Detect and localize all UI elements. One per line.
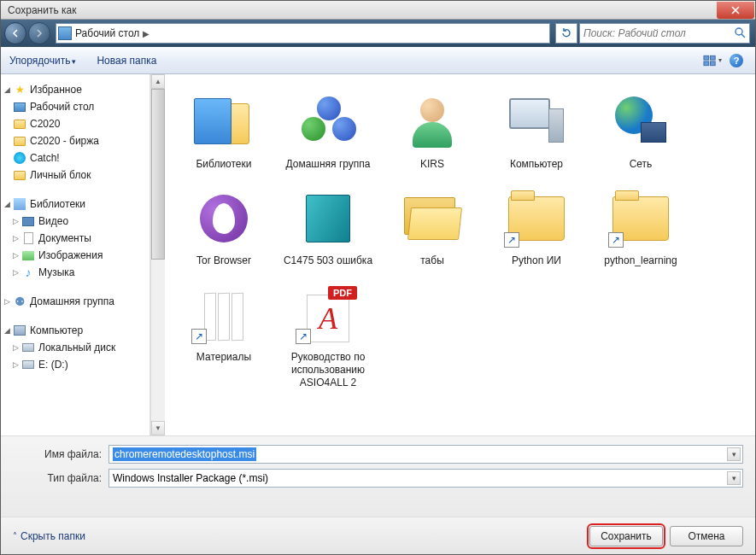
- filename-input[interactable]: chromeremotedesktophost.msi ▾: [108, 445, 743, 464]
- homegroup-icon: [298, 96, 358, 148]
- file-item-label: Сеть: [630, 158, 653, 171]
- file-item-label: Материалы: [196, 351, 251, 364]
- folder-icon: [14, 137, 26, 146]
- collapse-icon: ◢: [4, 200, 13, 208]
- search-box[interactable]: [579, 23, 750, 44]
- pdf-icon: APDF: [304, 288, 352, 342]
- libraries-icon: [194, 96, 254, 148]
- filename-value: chromeremotedesktophost.msi: [113, 447, 256, 461]
- breadcrumb-bar[interactable]: Рабочий стол ▶: [56, 23, 550, 44]
- window-title: Сохранить как: [1, 4, 717, 16]
- chevron-up-icon: ˄: [13, 531, 17, 540]
- help-icon: ?: [730, 54, 743, 67]
- organize-menu[interactable]: Упорядочить: [9, 55, 76, 67]
- filename-dropdown[interactable]: ▾: [727, 447, 741, 461]
- file-item-label: Библиотеки: [196, 158, 251, 171]
- expand-icon: ▷: [13, 217, 21, 225]
- filetype-dropdown[interactable]: ▾: [727, 471, 741, 485]
- file-item[interactable]: ↗Python ИИ: [484, 181, 589, 271]
- file-item[interactable]: APDF↗Руководство по использованию ASIO4A…: [276, 278, 380, 393]
- file-item[interactable]: C1475 503 ошибка: [276, 181, 380, 271]
- sidebar-item-catch[interactable]: Catch!: [1, 149, 149, 166]
- refresh-button[interactable]: [555, 23, 577, 44]
- arrow-left-icon: [11, 29, 20, 38]
- arrow-right-icon: [35, 29, 44, 38]
- collapse-icon: ◢: [4, 85, 13, 94]
- sidebar-item-localdisk[interactable]: ▷Локальный диск: [1, 339, 149, 356]
- sidebar-item-images[interactable]: ▷Изображения: [1, 247, 149, 264]
- sidebar-scrollbar[interactable]: ▲ ▼: [150, 74, 165, 435]
- computer-header[interactable]: ◢Компьютер: [1, 322, 149, 339]
- file-item-label: python_learning: [604, 254, 677, 267]
- computer-icon: [14, 325, 26, 336]
- sidebar-item-c2020-birzha[interactable]: C2020 - биржа: [1, 132, 149, 149]
- file-item[interactable]: Сеть: [589, 85, 693, 174]
- svg-rect-2: [711, 56, 716, 60]
- sidebar-item-documents[interactable]: ▷Документы: [1, 230, 149, 247]
- file-list[interactable]: БиблиотекиДомашняя группаKIRSКомпьютерСе…: [165, 74, 755, 435]
- svg-rect-3: [704, 61, 709, 65]
- libraries-header[interactable]: ◢Библиотеки: [1, 196, 149, 213]
- homegroup-header[interactable]: ▷⚉Домашняя группа: [1, 293, 149, 310]
- button-row: ˄ Скрыть папки Сохранить Отмена: [1, 517, 755, 554]
- expand-icon: ▷: [13, 343, 21, 352]
- sidebar: ◢★Избранное Рабочий стол C2020 C2020 - б…: [1, 74, 150, 435]
- homegroup-icon: ⚉: [13, 295, 26, 308]
- tor-icon: [200, 195, 248, 242]
- file-item[interactable]: табы: [380, 181, 484, 271]
- favorites-header[interactable]: ◢★Избранное: [1, 81, 149, 98]
- forward-button[interactable]: [28, 22, 50, 44]
- scroll-up-button[interactable]: ▲: [151, 74, 165, 89]
- chevron-right-icon[interactable]: ▶: [143, 29, 149, 38]
- folder-icon: [14, 120, 26, 129]
- scroll-down-button[interactable]: ▼: [151, 421, 165, 435]
- music-icon: ♪: [21, 266, 35, 279]
- folder-icon: [14, 171, 26, 180]
- back-button[interactable]: [4, 22, 26, 44]
- view-options-button[interactable]: ▾: [702, 51, 723, 70]
- drive-icon: [22, 360, 34, 369]
- document-icon: [24, 232, 33, 244]
- sidebar-item-c2020[interactable]: C2020: [1, 115, 149, 132]
- filename-row: Имя файла: chromeremotedesktophost.msi ▾: [13, 445, 743, 464]
- star-icon: ★: [13, 83, 26, 96]
- filetype-select[interactable]: Windows Installer Package (*.msi) ▾: [108, 469, 743, 488]
- hide-folders-button[interactable]: ˄ Скрыть папки: [13, 530, 85, 542]
- save-as-dialog: Сохранить как Рабочий стол ▶ Упорядочить…: [0, 0, 756, 555]
- file-item[interactable]: Библиотеки: [172, 85, 276, 174]
- expand-icon: ▷: [13, 360, 21, 369]
- file-item-label: Домашняя группа: [285, 158, 370, 171]
- save-button[interactable]: Сохранить: [589, 526, 663, 546]
- file-item[interactable]: Tor Browser: [172, 181, 276, 271]
- file-item-label: KIRS: [420, 158, 444, 171]
- file-item[interactable]: Компьютер: [484, 85, 589, 174]
- file-item[interactable]: KIRS: [380, 85, 484, 174]
- tree-computer: ◢Компьютер ▷Локальный диск ▷E: (D:): [1, 322, 149, 373]
- computer-icon: [509, 98, 564, 146]
- scroll-thumb[interactable]: [151, 89, 165, 260]
- sidebar-item-drive-e[interactable]: ▷E: (D:): [1, 356, 149, 373]
- scroll-track[interactable]: [151, 260, 165, 421]
- file-item-label: Руководство по использованию ASIO4ALL 2: [279, 351, 377, 389]
- sidebar-item-video[interactable]: ▷Видео: [1, 213, 149, 230]
- search-input[interactable]: [583, 27, 734, 39]
- sidebar-item-desktop[interactable]: Рабочий стол: [1, 98, 149, 115]
- filename-label: Имя файла:: [13, 448, 108, 460]
- file-item[interactable]: Домашняя группа: [276, 85, 380, 174]
- cancel-button[interactable]: Отмена: [670, 526, 743, 546]
- help-button[interactable]: ?: [726, 51, 747, 70]
- file-item[interactable]: ↗python_learning: [589, 181, 693, 271]
- sidebar-item-personal[interactable]: Личный блок: [1, 166, 149, 184]
- expand-icon: ▷: [13, 268, 21, 277]
- expand-icon: ▷: [13, 234, 21, 242]
- new-folder-button[interactable]: Новая папка: [97, 55, 156, 67]
- shortcut-icon: ↗: [296, 329, 311, 344]
- close-button[interactable]: [717, 2, 754, 19]
- catch-icon: [14, 152, 26, 164]
- tree-libraries: ◢Библиотеки ▷Видео ▷Документы ▷Изображен…: [1, 196, 149, 281]
- shortcut-icon: ↗: [504, 232, 519, 248]
- sidebar-item-music[interactable]: ▷♪Музыка: [1, 264, 149, 281]
- search-icon: [734, 26, 746, 41]
- shortcut-icon: ↗: [191, 329, 207, 344]
- file-item[interactable]: ↗Материалы: [172, 278, 276, 393]
